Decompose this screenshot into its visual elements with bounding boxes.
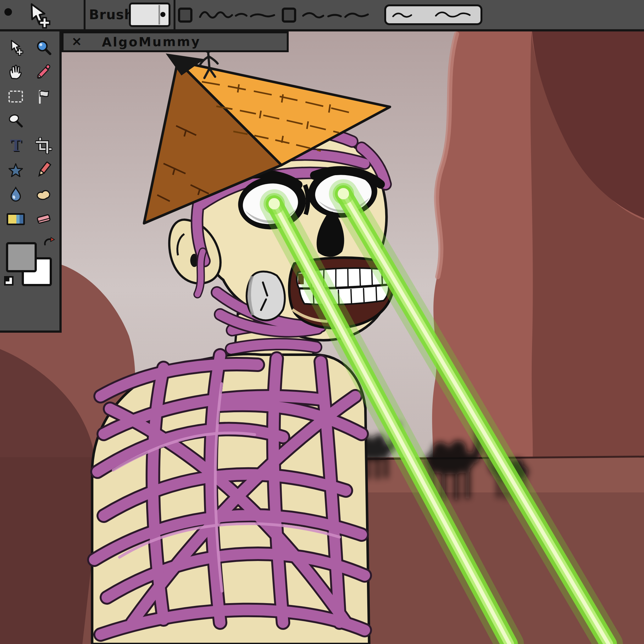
brush-preview-dot (160, 12, 165, 17)
eyedropper-tool[interactable] (30, 60, 57, 84)
stroke-preview-wave-1[interactable] (198, 8, 277, 24)
gradient-icon (7, 213, 25, 225)
zoom-icon (35, 39, 52, 56)
text-tool-icon: T (10, 138, 21, 153)
flag-icon (35, 88, 52, 105)
stroke-preview-wave-3 (389, 7, 480, 23)
smudge-icon (35, 186, 52, 203)
swap-colors-icon[interactable] (42, 236, 56, 250)
dodge-tool[interactable] (2, 109, 29, 133)
brush-tip-large-button[interactable] (282, 8, 296, 23)
smudge-tool[interactable] (30, 183, 57, 206)
ink-drop-icon (7, 186, 24, 203)
zoom-tool[interactable] (30, 36, 57, 59)
gradient-tool[interactable] (2, 208, 29, 231)
mode-dot-icon (4, 8, 12, 16)
move-cursor-icon[interactable] (24, 2, 53, 29)
top-toolbar: Brush (0, 0, 644, 31)
flag-lasso-tool[interactable] (30, 85, 57, 108)
marquee-select-tool[interactable] (2, 85, 29, 108)
close-icon[interactable]: ✕ (72, 36, 82, 48)
pencil-icon (35, 162, 52, 179)
document-titlebar: ✕ AlgoMummy (62, 31, 289, 52)
star-shape-tool[interactable] (2, 158, 29, 182)
foreground-color-swatch[interactable] (6, 242, 37, 272)
brush-preview[interactable] (129, 3, 170, 27)
color-swatches (2, 239, 58, 299)
palette-spacer (30, 109, 57, 133)
canvas[interactable] (0, 31, 644, 644)
toolbar-divider (84, 0, 86, 29)
eraser-tool[interactable] (30, 208, 57, 231)
stroke-style-box[interactable] (384, 4, 482, 25)
text-tool[interactable]: T (2, 134, 29, 157)
hand-tool[interactable] (2, 60, 29, 84)
tool-palette: T (0, 31, 62, 333)
eraser-icon (35, 211, 52, 228)
crop-tool[interactable] (30, 134, 57, 157)
brush-tip-small-button[interactable] (178, 8, 192, 23)
eyedropper-icon (35, 64, 52, 81)
move-tool[interactable] (2, 36, 29, 59)
toolbar-divider-2 (174, 0, 175, 29)
stroke-preview-wave-2[interactable] (301, 8, 370, 24)
pencil-tool[interactable] (30, 158, 57, 182)
default-colors-icon[interactable] (4, 276, 14, 286)
marquee-icon (8, 91, 23, 103)
brush-label: Brush (89, 7, 134, 22)
document-title: AlgoMummy (102, 34, 201, 49)
paint-app: ✕ AlgoMummy Brush (0, 0, 644, 644)
ink-drop-tool[interactable] (2, 183, 29, 206)
move-tool-icon (7, 39, 24, 56)
brush-preview-divider (158, 5, 160, 25)
hand-icon (7, 64, 24, 81)
crop-icon (35, 137, 52, 154)
dodge-icon (7, 113, 24, 130)
star-icon (7, 162, 24, 179)
